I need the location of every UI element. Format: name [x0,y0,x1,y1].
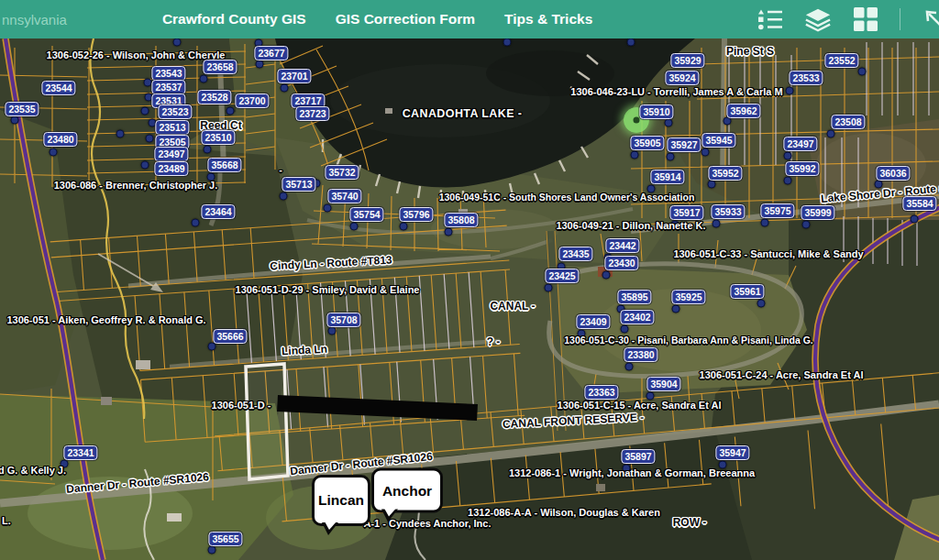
parcel-badge[interactable]: 35655 [208,532,242,546]
site-brand-partial: nnsylvania [2,12,67,27]
owner-label: L. [2,515,11,526]
parcel-point-dot [602,271,611,280]
parcel-badge[interactable]: 35584 [902,196,936,211]
annotation-callout[interactable]: Lincan [312,475,370,526]
parcel-point-dot [757,300,766,308]
parcel-point-dot [141,161,149,170]
owner-label: 1306-086 - Brenner, Christopher J. [54,180,218,191]
parcel-badge[interactable]: 23363 [584,385,618,400]
parcel-badge[interactable]: 35924 [665,71,699,85]
parcel-badge[interactable]: 35962 [726,104,760,118]
parcel-badge[interactable]: 23489 [154,161,188,176]
parcel-badge[interactable]: 23508 [831,115,865,129]
parcel-badge[interactable]: 23510 [201,130,235,145]
parcel-badge[interactable]: 23435 [558,247,592,261]
parcel-point-dot [350,223,359,231]
parcel-badge[interactable]: 23552 [824,53,858,68]
street-label: Danner Dr - Route #SR1026 [66,470,210,496]
parcel-badge[interactable]: 35808 [444,213,478,227]
parcel-badge[interactable]: 35910 [639,104,673,119]
parcel-badge[interactable]: 35914 [650,170,684,184]
parcel-badge[interactable]: 35947 [715,445,749,460]
owner-label: 1312-086-1 - Wright, Jonathan & Gorman, … [509,467,755,478]
parcel-badge[interactable]: 35929 [670,53,704,68]
parcel-badge[interactable]: 23544 [41,81,75,95]
parcel-point-dot [503,38,512,47]
parcel-badge[interactable]: 35933 [711,204,745,219]
parcel-badge[interactable]: 23497 [154,147,188,161]
parcel-badge[interactable]: 35905 [630,136,664,150]
parcel-badge[interactable]: 23464 [201,204,235,219]
parcel-point-dot [667,153,675,161]
parcel-badge[interactable]: 35796 [399,207,433,222]
parcel-badge[interactable]: 35952 [708,166,742,181]
parcel-badge[interactable]: 35666 [213,329,247,344]
parcel-badge[interactable]: 23341 [63,445,97,460]
parcel-badge[interactable]: 23677 [254,46,288,60]
parcel-badge[interactable]: 35927 [667,137,701,152]
street-label: Linda Ln [282,343,328,358]
street-label: CANAL FRONT RESERVE - [503,411,645,431]
parcel-badge[interactable]: 23658 [203,60,237,74]
parcel-badge[interactable]: 35754 [349,207,383,222]
parcel-point-dot [280,192,288,201]
parcel-badge[interactable]: 35961 [730,284,764,299]
parcel-point-dot [445,228,453,236]
parcel-badge[interactable]: 35945 [701,133,735,148]
parcel-badge[interactable]: 23442 [605,238,639,253]
header-nav: Crawford County GIS GIS Correction Form … [162,11,592,27]
parcel-badge[interactable]: 35992 [785,161,819,176]
nav-tips-and-tricks[interactable]: Tips & Tricks [504,11,592,27]
parcel-badge[interactable]: 35917 [669,205,703,220]
parcel-badge[interactable]: 35897 [621,449,655,464]
parcel-badge[interactable]: 23409 [576,314,610,329]
parcel-badge[interactable]: 23497 [783,137,817,151]
parcel-badge[interactable]: 35904 [646,377,680,391]
parcel-point-dot [116,130,125,138]
parcel-badge[interactable]: 35713 [282,177,315,192]
parcel-badge[interactable]: 35925 [671,290,705,304]
parcel-badge[interactable]: 35708 [326,313,360,327]
parcel-badge[interactable]: 36036 [876,166,910,181]
parcel-point-dot [784,152,792,160]
map-annotation-layer: Reed CtPine St SCindy Ln - Route #T813Li… [0,0,939,560]
parcel-badge[interactable]: 23537 [151,80,185,94]
parcel-point-dot [827,130,835,138]
parcel-badge[interactable]: 23535 [5,102,39,116]
map-viewport[interactable]: Reed CtPine St SCindy Ln - Route #T813Li… [0,0,939,560]
parcel-point-dot [761,219,769,227]
parcel-badge[interactable]: 35668 [207,158,241,172]
parcel-badge[interactable]: 35732 [325,165,359,180]
nav-gis-correction-form[interactable]: GIS Correction Form [336,11,475,27]
apps-grid-icon[interactable] [852,7,879,31]
parcel-badge[interactable]: 23543 [151,66,185,81]
layers-icon[interactable] [804,7,832,31]
parcel-badge[interactable]: 35975 [760,203,794,218]
parcel-badge[interactable]: 23723 [295,106,329,121]
parcel-badge[interactable]: 23523 [158,104,192,119]
gis-app-window: Reed CtPine St SCindy Ln - Route #T813Li… [0,0,939,560]
parcel-badge[interactable]: 23528 [197,90,231,104]
parcel-badge[interactable]: 23430 [604,256,638,270]
parcel-badge[interactable]: 23513 [155,120,189,135]
legend-icon[interactable] [757,7,784,31]
parcel-point-dot [858,68,867,76]
parcel-badge[interactable]: 35895 [617,290,651,304]
parcel-badge[interactable]: 23701 [277,69,311,83]
parcel-point-dot [208,546,216,555]
parcel-badge[interactable]: 23380 [624,347,657,362]
parcel-badge[interactable]: 23425 [545,269,579,283]
owner-label: - [279,164,282,175]
parcel-badge[interactable]: 23480 [43,132,77,147]
parcel-badge[interactable]: 35740 [327,189,361,203]
parcel-badge[interactable]: 23402 [620,310,654,324]
parcel-point-dot [802,221,811,229]
expand-arrow-icon[interactable] [921,7,939,31]
parcel-badge[interactable]: 23533 [789,71,823,85]
parcel-badge[interactable]: 23700 [235,93,269,108]
parcel-point-dot [200,75,208,83]
annotation-callout[interactable]: Anchor [371,468,443,513]
nav-crawford-county-gis[interactable]: Crawford County GIS [162,11,306,27]
parcel-point-dot [208,343,216,351]
parcel-badge[interactable]: 35999 [801,205,834,220]
